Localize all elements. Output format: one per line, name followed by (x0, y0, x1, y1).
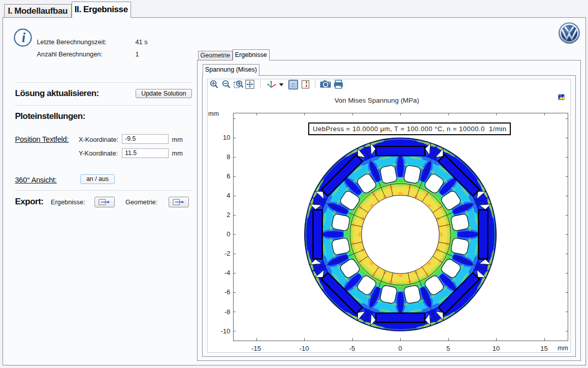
svg-text:i: i (22, 30, 26, 45)
